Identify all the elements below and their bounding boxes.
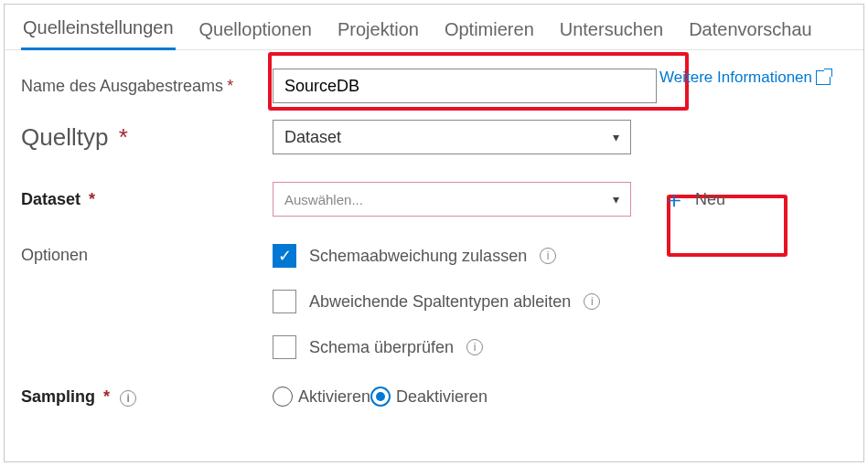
option-schema-drift-label: Schemaabweichung zulassen bbox=[309, 247, 527, 266]
checkbox-schema-drift[interactable]: ✓ bbox=[273, 244, 296, 268]
tab-quelleinstellungen[interactable]: Quelleinstellungen bbox=[21, 12, 176, 50]
option-validate-schema-label: Schema überprüfen bbox=[309, 338, 454, 357]
external-link-icon bbox=[816, 70, 830, 85]
tab-optimieren[interactable]: Optimieren bbox=[443, 14, 536, 49]
radio-disable[interactable] bbox=[370, 387, 391, 407]
chevron-down-icon: ▾ bbox=[613, 192, 619, 207]
plus-icon: ＋ bbox=[662, 187, 686, 211]
radio-enable[interactable] bbox=[273, 387, 293, 407]
label-output-stream: Name des Ausgabestreams* bbox=[21, 77, 273, 96]
tab-datenvorschau[interactable]: Datenvorschau bbox=[687, 14, 814, 49]
tab-bar: Quelleinstellungen Quelloptionen Projekt… bbox=[5, 5, 863, 50]
checkbox-infer-types[interactable] bbox=[273, 290, 296, 313]
dataset-select[interactable]: Auswählen... ▾ bbox=[273, 182, 631, 217]
label-options: Optionen bbox=[21, 244, 273, 265]
info-icon[interactable]: i bbox=[466, 339, 483, 355]
tab-quelloptionen[interactable]: Quelloptionen bbox=[198, 14, 314, 49]
check-icon: ✓ bbox=[278, 246, 292, 266]
chevron-down-icon: ▾ bbox=[613, 130, 619, 144]
more-info-link[interactable]: Weitere Informationen bbox=[659, 69, 830, 87]
tab-untersuchen[interactable]: Untersuchen bbox=[558, 14, 665, 49]
new-button[interactable]: ＋ Neu bbox=[662, 187, 725, 211]
label-sampling: Sampling * i bbox=[21, 387, 273, 407]
info-icon[interactable]: i bbox=[540, 248, 556, 264]
info-icon[interactable]: i bbox=[120, 390, 136, 407]
sampling-enable-label: Aktivieren bbox=[298, 387, 370, 407]
output-stream-input[interactable] bbox=[273, 69, 657, 103]
sampling-disable-label: Deaktivieren bbox=[396, 387, 488, 407]
label-dataset: Dataset * bbox=[21, 190, 273, 209]
label-source-type: Quelltyp * bbox=[21, 123, 273, 152]
source-type-select[interactable]: Dataset ▾ bbox=[273, 120, 631, 154]
tab-projektion[interactable]: Projektion bbox=[336, 14, 421, 49]
info-icon[interactable]: i bbox=[584, 293, 600, 310]
option-infer-types-label: Abweichende Spaltentypen ableiten bbox=[309, 292, 571, 312]
checkbox-validate-schema[interactable] bbox=[273, 335, 296, 359]
